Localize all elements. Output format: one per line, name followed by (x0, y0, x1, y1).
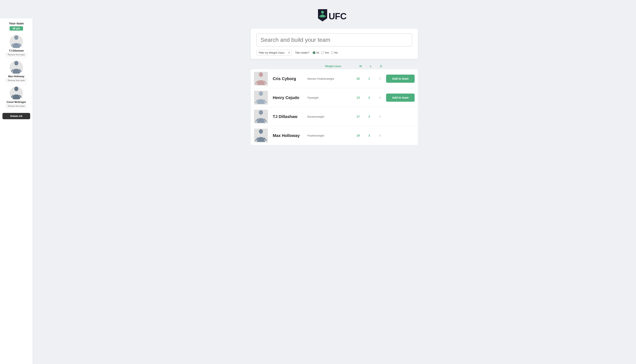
ufc-logo: UFC (316, 8, 353, 22)
stat-wins: 20 (353, 77, 363, 80)
svg-point-17 (259, 91, 263, 96)
stat-draws: 0 (375, 115, 385, 118)
team-member: TJ Dillashaw Remove from team (6, 33, 27, 59)
app-wrapper: Your team 48 pts TJ Dillashaw Remove fro… (0, 0, 636, 364)
member-name: Conor McGregor (6, 101, 26, 104)
avatar (10, 86, 23, 100)
svg-point-23 (259, 129, 263, 134)
radio-no-label: No (334, 51, 338, 54)
svg-point-14 (259, 72, 263, 77)
svg-point-3 (14, 61, 18, 66)
fighter-avatar (254, 72, 268, 86)
stat-wins: 17 (353, 115, 363, 118)
stat-losses: 3 (364, 115, 374, 118)
fighter-avatar (254, 91, 268, 104)
delete-all-button[interactable]: Delete All (2, 113, 30, 119)
col-d: D (376, 64, 386, 68)
radio-group: All Yes No (313, 51, 338, 54)
filter-row: Filter by Weight Class Flyweight Bantamw… (256, 50, 412, 59)
col-w: W (356, 64, 366, 68)
table-row: Max Holloway Featherweight 19 3 0 (251, 126, 418, 145)
add-to-team-button[interactable]: Add to team (386, 94, 414, 102)
table-row: Cris Cyborg Women Featherweight 20 1 0 A… (251, 69, 418, 88)
member-name: Max Holloway (8, 75, 24, 78)
add-to-team-button[interactable]: Add to team (386, 74, 414, 83)
table-row: TJ Dillashaw Bantamweight 17 3 0 (251, 107, 418, 126)
remove-from-team-button[interactable]: Remove from team (6, 53, 27, 56)
avatar (10, 35, 23, 48)
radio-no[interactable]: No (331, 51, 338, 54)
title-holder-label: Title holder? (295, 51, 310, 54)
stat-losses: 1 (364, 77, 374, 80)
stat-losses: 3 (364, 134, 374, 137)
radio-no-input[interactable] (331, 51, 334, 54)
stat-wins: 19 (353, 134, 363, 137)
weight-class-select[interactable]: Filter by Weight Class Flyweight Bantamw… (256, 50, 292, 56)
table-row: Henry Cejudo Flyweight 13 2 0 Add to tea… (251, 88, 418, 107)
svg-point-0 (14, 35, 18, 40)
radio-yes-input[interactable] (321, 51, 324, 54)
svg-point-10 (321, 11, 324, 14)
weight-class: Flyweight (308, 96, 352, 99)
radio-yes-label: Yes (325, 51, 329, 54)
weight-class: Bantamweight (308, 115, 352, 118)
stat-draws: 0 (375, 77, 385, 80)
svg-point-20 (259, 110, 263, 115)
stat-wins: 13 (353, 96, 363, 99)
team-member: Max Holloway Remove from team (6, 59, 27, 84)
table-header: Weight class W L D (251, 63, 418, 69)
fighter-name: Cris Cyborg (271, 76, 306, 81)
stat-draws: 0 (375, 96, 385, 99)
search-panel: Filter by Weight Class Flyweight Bantamw… (251, 28, 418, 59)
team-member: Conor McGregor Remove from team (6, 84, 27, 110)
fighter-name: Max Holloway (271, 133, 306, 138)
fighter-name: TJ Dillashaw (271, 114, 306, 119)
fighter-table: Weight class W L D Cris Cyborg Women Fea… (251, 63, 418, 145)
logo-area: UFC (37, 8, 632, 22)
col-l: L (366, 64, 376, 68)
svg-text:UFC: UFC (328, 11, 346, 21)
stat-losses: 2 (364, 96, 374, 99)
weight-class: Featherweight (308, 134, 352, 137)
fighter-rows-container: Cris Cyborg Women Featherweight 20 1 0 A… (251, 69, 418, 145)
weight-class: Women Featherweight (308, 77, 352, 80)
radio-all[interactable]: All (313, 51, 319, 54)
sidebar: Your team 48 pts TJ Dillashaw Remove fro… (0, 18, 32, 364)
radio-yes[interactable]: Yes (321, 51, 329, 54)
radio-all-label: All (316, 51, 319, 54)
fighter-name: Henry Cejudo (271, 96, 306, 100)
avatar (10, 61, 23, 74)
col-weight-class: Weight class (311, 64, 356, 68)
svg-point-6 (14, 86, 18, 91)
points-badge: 48 pts (10, 26, 23, 30)
sidebar-title: Your team (9, 22, 24, 25)
weight-class-filter-wrapper: Filter by Weight Class Flyweight Bantamw… (256, 50, 292, 56)
radio-all-input[interactable] (313, 51, 315, 54)
remove-from-team-button[interactable]: Remove from team (6, 79, 27, 82)
main-content: UFC Filter by Weight Class Flyweight Ban… (32, 0, 636, 364)
fighter-avatar (254, 110, 268, 124)
team-members-container: TJ Dillashaw Remove from team Max Hollow… (6, 33, 27, 110)
member-name: TJ Dillashaw (9, 49, 24, 52)
fighter-avatar (254, 128, 268, 142)
ufc-logo-svg: UFC (316, 8, 353, 22)
search-input[interactable] (256, 34, 412, 46)
stat-draws: 0 (375, 134, 385, 137)
remove-from-team-button[interactable]: Remove from team (6, 104, 27, 108)
